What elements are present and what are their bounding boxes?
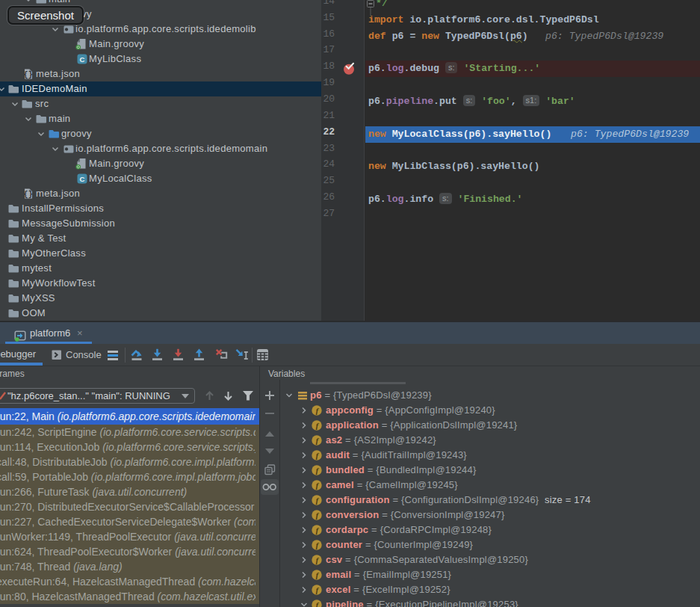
svg-text:{}: {} — [23, 191, 33, 199]
svg-text:C: C — [79, 55, 84, 64]
svg-text:{}: {} — [23, 71, 33, 79]
svg-text:C: C — [79, 175, 84, 183]
